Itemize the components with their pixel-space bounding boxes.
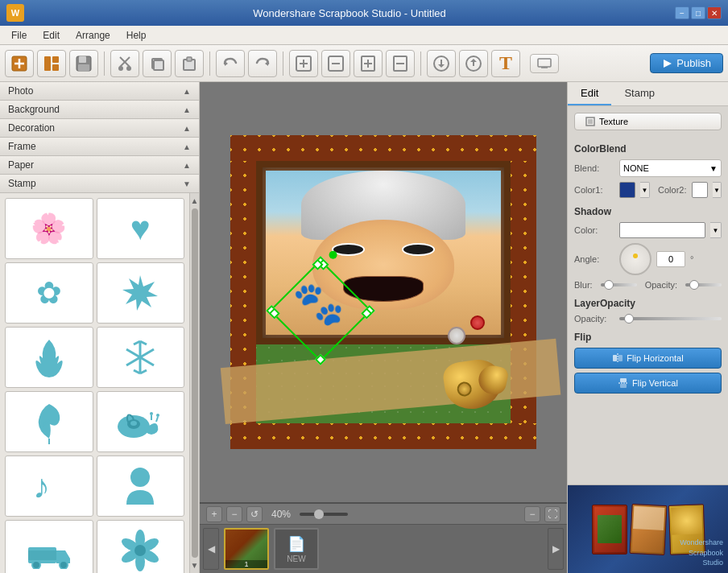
scroll-thumb[interactable] [192, 208, 198, 558]
svg-rect-8 [78, 64, 89, 71]
sidebar-section-paper[interactable]: Paper ▲ [0, 156, 199, 175]
layer-opacity-section: LayerOpacity Opacity: [574, 298, 722, 324]
filmstrip-controls: + − ↺ 40% − ⛶ [200, 504, 567, 525]
opacity-slider-shadow[interactable] [685, 283, 722, 286]
import-btn[interactable] [427, 50, 456, 77]
scrapbook-canvas[interactable]: 🐾 [230, 135, 536, 449]
stamp-item-flower2[interactable]: ✿ [5, 262, 93, 324]
remove-frame-btn[interactable] [321, 50, 350, 77]
remove-page-btn[interactable] [386, 50, 415, 77]
sidebar-section-frame[interactable]: Frame ▲ [0, 138, 199, 156]
redo-btn[interactable] [248, 50, 277, 77]
svg-point-53 [150, 412, 153, 415]
tab-edit[interactable]: Edit [568, 82, 611, 105]
opacity-thumb-shadow[interactable] [689, 280, 699, 290]
filmstrip-prev-btn[interactable]: ◀ [203, 528, 219, 570]
expand-btn[interactable]: ⛶ [544, 506, 560, 522]
stamp-item-snowflake[interactable] [97, 327, 185, 388]
sidebar-section-decoration[interactable]: Decoration ▲ [0, 119, 199, 138]
shadow-color-dropdown-icon[interactable]: ▼ [710, 222, 722, 238]
undo-btn[interactable] [216, 50, 245, 77]
export-btn[interactable] [459, 50, 488, 77]
stamp-item-starburst[interactable] [97, 262, 185, 324]
stamp-item-person[interactable] [97, 456, 185, 517]
sidebar-section-photo[interactable]: Photo ▲ [0, 82, 199, 101]
svg-rect-73 [620, 384, 627, 388]
add-page-btn[interactable] [354, 50, 383, 77]
save-btn[interactable] [69, 50, 98, 77]
colorblend-section: ColorBlend Blend: NONE ▼ Color1: ▼ Color… [574, 143, 722, 198]
thumb-page-1[interactable]: 1 [224, 528, 269, 570]
main-layout: Photo ▲ Background ▲ Decoration ▲ Frame … [0, 82, 728, 573]
promo-text: WondershareScrapbookStudio [680, 538, 723, 568]
selection-diamond[interactable]: 🐾 [280, 270, 361, 351]
scroll-down-icon[interactable]: ▼ [189, 559, 199, 571]
flip-vertical-btn[interactable]: Flip Vertical [574, 373, 722, 394]
paste-btn[interactable] [175, 50, 204, 77]
minimize-btn[interactable]: − [675, 6, 689, 19]
close-btn[interactable]: ✕ [707, 6, 722, 19]
layer-opacity-slider[interactable] [619, 317, 722, 320]
stamp-item-leaf[interactable] [5, 391, 93, 452]
menu-help[interactable]: Help [118, 28, 155, 43]
stamp-item-truck[interactable] [5, 520, 93, 573]
filmstrip-next-btn[interactable]: ▶ [548, 528, 564, 570]
color1-dropdown-icon[interactable]: ▼ [640, 182, 649, 198]
sidebar-scrollbar[interactable]: ▲ ▼ [189, 193, 199, 573]
copy-btn[interactable] [143, 50, 172, 77]
color1-swatch[interactable] [619, 182, 635, 198]
add-frame-btn[interactable] [289, 50, 318, 77]
menu-arrange[interactable]: Arrange [68, 28, 118, 43]
zoom-out-btn[interactable]: − [524, 506, 540, 522]
paper-arrow-icon: ▲ [183, 161, 191, 170]
layer-opacity-thumb[interactable] [624, 314, 634, 324]
text-btn[interactable]: T [491, 50, 520, 77]
maximize-btn[interactable]: □ [691, 6, 705, 19]
stamp-item-heart[interactable]: ♥ [97, 198, 185, 259]
svg-point-59 [60, 561, 68, 569]
zoom-level: 40% [271, 509, 291, 520]
menu-edit[interactable]: Edit [35, 28, 68, 43]
add-photo-btn[interactable] [5, 50, 34, 77]
promo-book-2-cover [631, 506, 664, 553]
layout-btn[interactable] [37, 50, 66, 77]
publish-btn[interactable]: Publish [650, 53, 723, 73]
canvas-container[interactable]: 🐾 [200, 82, 567, 502]
sidebar-section-background[interactable]: Background ▲ [0, 101, 199, 119]
stamp-item-flower3[interactable] [97, 520, 185, 573]
filmstrip-remove-btn[interactable]: − [226, 506, 242, 522]
stamp-item-flower1[interactable]: 🌸 [5, 198, 93, 259]
filmstrip-add-btn[interactable]: + [206, 506, 222, 522]
cut-btn[interactable] [110, 50, 139, 77]
menu-file[interactable]: File [3, 28, 35, 43]
svg-text:♪: ♪ [33, 468, 50, 505]
texture-btn[interactable]: Texture [574, 113, 722, 130]
promo-text-area: WondershareScrapbookStudio [680, 538, 723, 568]
angle-knob[interactable] [619, 243, 651, 275]
separator-3 [283, 52, 283, 76]
flip-section: Flip Flip Horizontal Flip Vertical [574, 332, 722, 394]
blur-thumb[interactable] [604, 280, 614, 290]
scroll-up-icon[interactable]: ▲ [189, 195, 199, 207]
blur-slider[interactable] [601, 283, 637, 286]
stamp-selection-container[interactable]: 🐾 [280, 270, 361, 351]
stamp-item-snail[interactable] [97, 391, 185, 452]
shadow-color-swatch[interactable] [619, 222, 705, 238]
zoom-thumb[interactable] [314, 509, 324, 519]
tab-stamp[interactable]: Stamp [611, 82, 668, 105]
thumb-page-new[interactable]: 📄 NEW [274, 528, 319, 570]
color2-swatch[interactable] [692, 182, 708, 198]
layer-opacity-row: Opacity: [574, 314, 722, 324]
screen-view-btn[interactable] [530, 54, 559, 73]
blend-select[interactable]: NONE ▼ [619, 159, 722, 177]
button-deco-1 [448, 327, 465, 344]
stamp-item-note[interactable]: ♪ [5, 456, 93, 517]
sidebar-section-stamp[interactable]: Stamp ▼ [0, 175, 199, 193]
stamp-item-flame[interactable] [5, 327, 93, 388]
filmstrip-undo-btn[interactable]: ↺ [246, 506, 263, 522]
flip-horizontal-btn[interactable]: Flip Horizontal [574, 348, 722, 369]
color2-dropdown-icon[interactable]: ▼ [713, 182, 722, 198]
rotate-handle[interactable] [329, 251, 337, 259]
angle-input[interactable] [656, 251, 685, 267]
zoom-slider[interactable] [300, 513, 348, 516]
